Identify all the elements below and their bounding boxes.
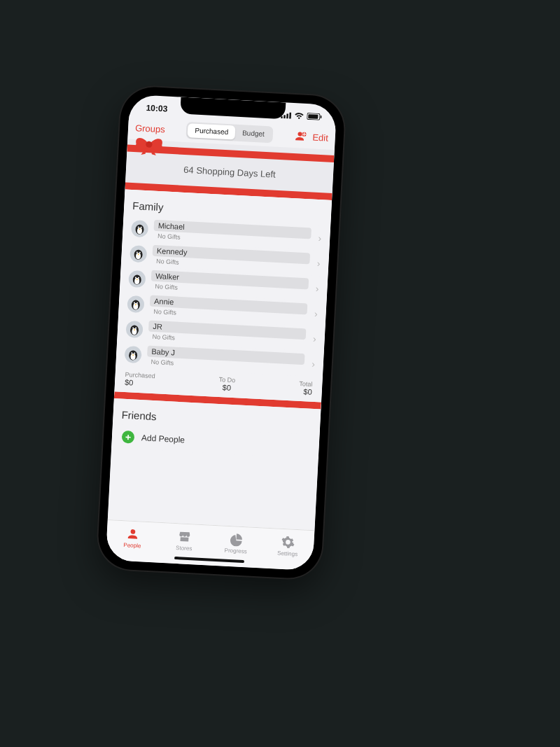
- penguin-icon: [126, 347, 141, 362]
- avatar: [125, 321, 143, 338]
- tab-label: Stores: [176, 545, 192, 552]
- avatar: [125, 346, 142, 363]
- screen: 10:03 Groups Purchased Budget Edit: [106, 95, 337, 571]
- avatar: [127, 295, 144, 313]
- summary-total: Total $0: [298, 380, 312, 396]
- segment-budget[interactable]: Budget: [235, 126, 272, 142]
- tab-progress[interactable]: Progress: [209, 526, 262, 561]
- main-scroll[interactable]: Family Michael No Gifts ›: [108, 190, 332, 531]
- svg-rect-6: [321, 116, 322, 118]
- wifi-icon: [294, 112, 304, 120]
- svg-rect-2: [286, 113, 288, 118]
- tab-stores[interactable]: Stores: [158, 523, 211, 559]
- plus-circle-icon: +: [122, 431, 135, 444]
- chevron-right-icon: ›: [310, 358, 316, 370]
- tab-label: Progress: [224, 547, 246, 555]
- tab-label: Settings: [277, 550, 298, 558]
- svg-rect-5: [308, 114, 318, 119]
- chevron-right-icon: ›: [315, 258, 321, 269]
- gear-icon: [281, 535, 295, 550]
- store-icon: [177, 529, 192, 544]
- person-icon: [125, 526, 140, 541]
- edit-button[interactable]: Edit: [312, 132, 328, 143]
- penguin-icon: [131, 246, 146, 261]
- segment-purchased[interactable]: Purchased: [188, 123, 236, 140]
- tab-settings[interactable]: Settings: [261, 528, 314, 564]
- summary-purchased: Purchased $0: [125, 371, 155, 388]
- tab-people[interactable]: People: [106, 520, 159, 556]
- status-time: 10:03: [146, 103, 167, 114]
- avatar: [128, 270, 146, 288]
- chevron-right-icon: ›: [313, 308, 319, 319]
- status-icons: [281, 111, 322, 120]
- penguin-icon: [132, 221, 147, 236]
- battery-icon: [307, 113, 322, 120]
- pie-icon: [229, 532, 244, 547]
- avatar: [131, 220, 148, 237]
- tab-label: People: [123, 542, 141, 549]
- chevron-right-icon: ›: [312, 333, 318, 344]
- chevron-right-icon: ›: [314, 283, 320, 294]
- bow-icon: [132, 132, 166, 156]
- penguin-icon: [127, 322, 142, 337]
- view-segmented-control[interactable]: Purchased Budget: [186, 122, 274, 143]
- svg-rect-1: [284, 115, 286, 118]
- penguin-icon: [128, 297, 143, 312]
- svg-rect-0: [281, 116, 283, 118]
- add-people-label: Add People: [141, 433, 186, 445]
- penguin-icon: [130, 272, 144, 286]
- add-person-icon[interactable]: [294, 130, 307, 143]
- summary-todo: To Do $0: [218, 376, 236, 392]
- chevron-right-icon: ›: [316, 232, 323, 244]
- svg-rect-3: [289, 113, 291, 119]
- phone-frame: 10:03 Groups Purchased Budget Edit: [97, 85, 346, 580]
- avatar: [130, 245, 147, 263]
